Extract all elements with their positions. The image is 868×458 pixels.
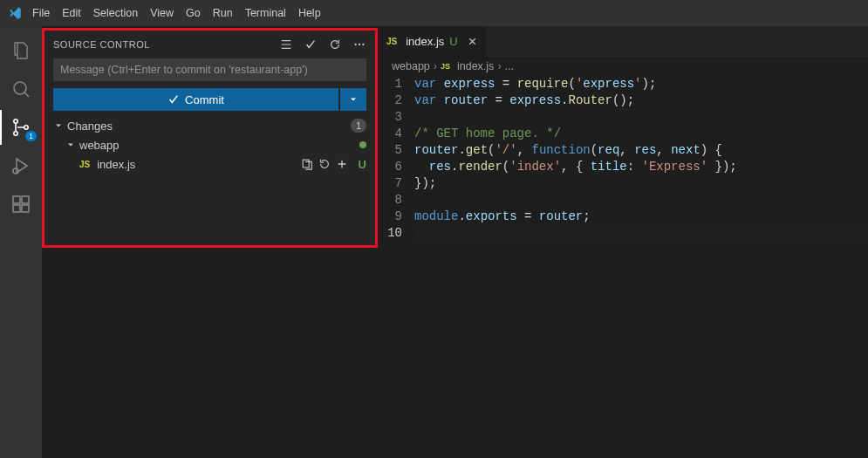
svg-point-2 <box>14 132 17 135</box>
menu-selection[interactable]: Selection <box>87 3 144 23</box>
menu-file[interactable]: File <box>26 3 56 23</box>
commit-icon[interactable] <box>304 38 318 51</box>
svg-rect-7 <box>22 205 29 212</box>
menu-view[interactable]: View <box>144 3 180 23</box>
activity-bar: 1 <box>0 26 42 458</box>
svg-point-1 <box>14 120 17 123</box>
menu-go[interactable]: Go <box>180 3 207 23</box>
menu-run[interactable]: Run <box>207 3 239 23</box>
commit-button[interactable]: Commit <box>53 88 338 111</box>
commit-message-input[interactable]: Message (Ctrl+Enter to commit on 'restau… <box>53 58 366 81</box>
menu-help[interactable]: Help <box>292 3 327 23</box>
file-status: U <box>359 158 366 171</box>
folder-name: webapp <box>79 139 120 152</box>
explorer-icon[interactable] <box>0 33 42 68</box>
commit-button-label: Commit <box>185 93 224 106</box>
tab-index-js[interactable]: JS index.js U <box>378 26 488 57</box>
svg-rect-12 <box>303 160 309 167</box>
code-lines[interactable]: var express = require('express');var rou… <box>414 76 868 242</box>
run-debug-icon[interactable] <box>0 148 42 183</box>
scm-badge: 1 <box>25 131 37 141</box>
extensions-icon[interactable] <box>0 187 42 222</box>
svg-rect-6 <box>13 205 20 212</box>
editor-tabs: JS index.js U <box>378 26 868 57</box>
breadcrumb-more[interactable]: ... <box>505 60 514 72</box>
svg-point-11 <box>362 44 364 45</box>
chevron-down-icon <box>53 120 64 131</box>
editor-area: JS index.js U webapp › JS index.js › ... <box>378 26 868 458</box>
open-file-icon[interactable] <box>301 158 313 170</box>
svg-point-3 <box>24 126 28 129</box>
changes-count-badge: 1 <box>351 119 366 133</box>
refresh-icon[interactable] <box>328 38 342 51</box>
file-row[interactable]: JS index.js U <box>44 154 375 174</box>
tab-status: U <box>449 35 457 48</box>
scm-tree: Changes 1 webapp JS index.js U <box>44 114 375 175</box>
source-control-icon[interactable]: 1 <box>0 110 42 145</box>
source-control-panel: SOURCE CONTROL Message (Ctrl+Enter to co… <box>42 28 378 248</box>
scm-header: SOURCE CONTROL <box>44 31 375 58</box>
menu-edit[interactable]: Edit <box>56 3 87 23</box>
file-name: index.js <box>97 158 135 171</box>
breadcrumbs[interactable]: webapp › JS index.js › ... <box>378 57 868 76</box>
js-file-icon: JS <box>441 62 450 71</box>
close-tab-icon[interactable] <box>467 36 478 47</box>
menu-bar: File Edit Selection View Go Run Terminal… <box>0 0 868 26</box>
commit-message-placeholder: Message (Ctrl+Enter to commit on 'restau… <box>60 64 308 76</box>
vscode-logo-icon <box>3 6 26 20</box>
breadcrumb-separator-icon: › <box>434 60 437 72</box>
tab-filename: index.js <box>406 35 444 48</box>
scm-title: SOURCE CONTROL <box>53 39 150 50</box>
code-editor[interactable]: 1 2 3 4 5 6 7 8 9 10 var express = requi… <box>378 76 868 242</box>
breadcrumb-folder[interactable]: webapp <box>392 60 430 72</box>
search-icon[interactable] <box>0 72 42 106</box>
js-file-icon: JS <box>386 37 397 46</box>
more-actions-icon[interactable] <box>352 38 366 51</box>
svg-rect-8 <box>22 196 29 203</box>
view-as-tree-icon[interactable] <box>279 38 293 51</box>
folder-status-dot <box>359 141 366 148</box>
folder-row[interactable]: webapp <box>44 135 375 154</box>
line-number-gutter: 1 2 3 4 5 6 7 8 9 10 <box>378 76 414 242</box>
svg-point-0 <box>14 82 26 94</box>
commit-dropdown-button[interactable] <box>340 88 366 111</box>
breadcrumb-separator-icon: › <box>497 60 501 72</box>
breadcrumb-file[interactable]: index.js <box>457 60 494 72</box>
svg-point-4 <box>13 168 18 174</box>
svg-point-9 <box>354 44 356 45</box>
changes-group[interactable]: Changes 1 <box>44 116 375 135</box>
stage-changes-icon[interactable] <box>336 158 348 170</box>
changes-label: Changes <box>67 120 113 133</box>
svg-rect-5 <box>13 196 20 203</box>
discard-changes-icon[interactable] <box>318 158 331 170</box>
svg-point-10 <box>359 44 360 45</box>
js-file-icon: JS <box>79 160 90 169</box>
chevron-down-icon <box>65 140 76 150</box>
menu-terminal[interactable]: Terminal <box>239 3 292 23</box>
